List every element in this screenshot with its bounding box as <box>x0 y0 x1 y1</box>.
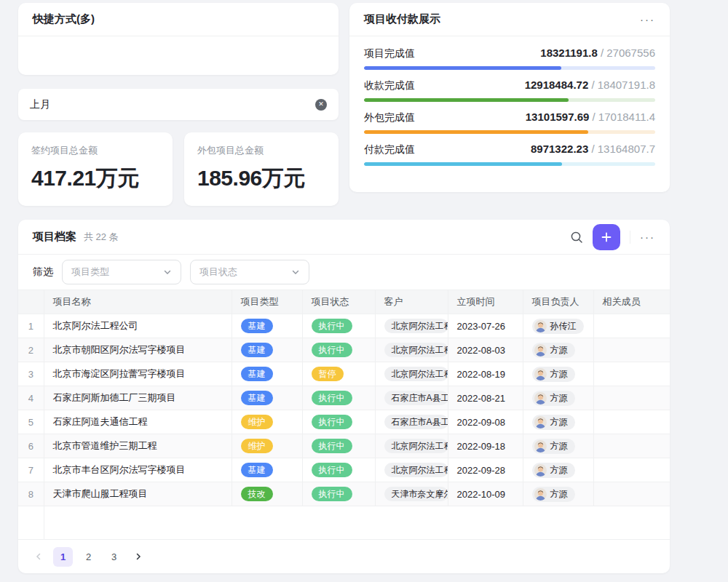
project-name-cell: 天津市爬山服工程项目 <box>44 482 232 506</box>
table-row[interactable]: 4 石家庄阿斯加德工厂三期项目 基建 执行中 石家庄市A县工 2022-08-2… <box>18 386 670 410</box>
prev-page-icon[interactable] <box>30 548 47 565</box>
page-button-2[interactable]: 2 <box>79 547 98 567</box>
start-date-cell: 2022-08-21 <box>448 386 523 410</box>
next-page-icon[interactable] <box>130 548 147 565</box>
type-badge: 基建 <box>241 319 273 333</box>
avatar <box>534 440 547 453</box>
client-cell: 北京阿尔法工程 <box>375 338 448 362</box>
members-cell <box>593 482 670 506</box>
column-owner: 项目负责人 <box>523 290 593 314</box>
page-button-3[interactable]: 3 <box>104 547 124 567</box>
project-status-cell: 执行中 <box>302 434 375 458</box>
client-tag: 石家庄市A县工 <box>384 415 448 429</box>
owner-tag: 方源 <box>532 391 575 406</box>
status-badge: 执行中 <box>312 343 352 357</box>
client-tag: 北京阿尔法工程 <box>384 439 448 453</box>
progress-bar-track <box>364 162 655 166</box>
metric-item: 付款完成值 8971322.23 / 13164807.7 <box>364 143 655 166</box>
type-badge: 基建 <box>241 343 273 357</box>
project-type-dropdown[interactable]: 项目类型 <box>62 260 181 284</box>
table-row[interactable]: 2 北京市朝阳区阿尔法写字楼项目 基建 执行中 北京阿尔法工程 2022-08-… <box>18 338 670 362</box>
project-type-cell: 维护 <box>232 434 302 458</box>
project-status-cell: 暂停 <box>302 362 375 386</box>
more-icon[interactable]: ··· <box>640 231 655 242</box>
project-status-cell: 执行中 <box>302 410 375 434</box>
add-record-button[interactable] <box>593 224 620 250</box>
row-index: 6 <box>18 434 44 458</box>
progress-bar-fill <box>364 130 588 134</box>
avatar <box>534 320 547 332</box>
avatar <box>534 464 547 477</box>
client-tag: 北京阿尔法工程 <box>384 463 448 477</box>
start-date-cell: 2022-10-09 <box>448 482 523 506</box>
client-tag: 天津市奈文摩尔 <box>384 487 448 501</box>
type-badge: 维护 <box>241 415 273 429</box>
metric-value: 13101597.69 / 17018411.4 <box>526 111 655 123</box>
status-badge: 执行中 <box>312 319 352 333</box>
metric-value: 18321191.8 / 27067556 <box>540 47 655 59</box>
owner-cell: 方源 <box>523 458 593 482</box>
owner-cell: 方源 <box>523 410 593 434</box>
date-filter-chip-card[interactable]: 上月 ✕ <box>18 89 339 120</box>
chevron-down-icon <box>163 268 172 276</box>
metric-total: / 17018411.4 <box>589 111 655 123</box>
members-cell <box>593 410 670 434</box>
metric-total: / 13164807.7 <box>588 143 655 155</box>
client-cell: 北京阿尔法工程 <box>375 434 448 458</box>
empty-index-cell <box>18 506 44 539</box>
project-name-cell: 石家庄阿道夫通信工程 <box>44 410 232 434</box>
shortcut-card-title: 快捷方式(多) <box>33 12 95 26</box>
start-date-cell: 2022-09-18 <box>448 434 523 458</box>
page-button-1[interactable]: 1 <box>53 547 73 567</box>
payment-card-title: 项目收付款展示 <box>364 12 440 26</box>
project-type-cell: 维护 <box>232 410 302 434</box>
project-status-dropdown[interactable]: 项目状态 <box>190 260 309 284</box>
column-start-date: 立项时间 <box>448 290 523 314</box>
owner-cell: 方源 <box>523 434 593 458</box>
row-index: 1 <box>18 314 44 338</box>
table-row[interactable]: 7 北京市丰台区阿尔法写字楼项目 基建 执行中 北京阿尔法工程 2022-09-… <box>18 458 670 482</box>
stat-card-signed-total: 签约项目总金额 417.21万元 <box>18 132 173 206</box>
column-project-type: 项目类型 <box>232 290 302 314</box>
metric-item: 收款完成值 12918484.72 / 18407191.8 <box>364 79 655 102</box>
table-header-row: 项目名称 项目类型 项目状态 客户 立项时间 项目负责人 相关成员 <box>18 290 670 314</box>
avatar <box>534 368 547 380</box>
dashboard-page: 快捷方式(多) 上月 ✕ 签约项目总金额 417.21万元 外包项目总金额 18… <box>0 0 728 582</box>
start-date-cell: 2022-08-03 <box>448 338 523 362</box>
pagination: 123 <box>18 540 670 573</box>
members-cell <box>593 314 670 338</box>
client-tag: 石家庄市A县工 <box>384 391 448 405</box>
owner-name: 孙传江 <box>550 320 577 332</box>
owner-tag: 方源 <box>532 487 575 502</box>
owner-cell: 方源 <box>523 338 593 362</box>
project-type-cell: 基建 <box>232 314 302 338</box>
table-row[interactable]: 6 北京市管道维护三期工程 维护 执行中 北京阿尔法工程 2022-09-18 … <box>18 434 670 458</box>
page-list: 123 <box>53 547 124 567</box>
client-cell: 北京阿尔法工程 <box>375 458 448 482</box>
progress-bar-fill <box>364 162 562 166</box>
search-icon[interactable] <box>570 231 583 244</box>
owner-tag: 孙传江 <box>532 319 584 334</box>
table-row[interactable]: 1 北京阿尔法工程公司 基建 执行中 北京阿尔法工程 2023-07-26 孙传… <box>18 314 670 338</box>
project-name-cell: 北京市管道维护三期工程 <box>44 434 232 458</box>
owner-tag: 方源 <box>532 439 575 454</box>
table-row[interactable]: 3 北京市海淀区阿拉蕾写字楼项目 基建 暂停 北京阿尔法工程 2022-08-1… <box>18 362 670 386</box>
row-index: 4 <box>18 386 44 410</box>
table-row[interactable]: 5 石家庄阿道夫通信工程 维护 执行中 石家庄市A县工 2022-09-08 方… <box>18 410 670 434</box>
metric-total: / 27067556 <box>598 47 655 59</box>
project-archive-card: 项目档案 共 22 条 ··· 筛选 项目类型 项目状态 <box>18 220 670 573</box>
close-icon[interactable]: ✕ <box>315 99 327 111</box>
table-empty-strip <box>18 506 670 540</box>
members-cell <box>593 338 670 362</box>
stat-value: 185.96万元 <box>197 164 325 194</box>
project-type-cell: 基建 <box>232 458 302 482</box>
table-row[interactable]: 8 天津市爬山服工程项目 技改 执行中 天津市奈文摩尔 2022-10-09 方… <box>18 482 670 506</box>
project-type-cell: 基建 <box>232 386 302 410</box>
more-icon[interactable]: ··· <box>640 14 655 25</box>
dropdown-placeholder: 项目状态 <box>199 266 237 279</box>
type-badge: 技改 <box>241 487 273 501</box>
client-cell: 北京阿尔法工程 <box>375 362 448 386</box>
members-cell <box>593 434 670 458</box>
owner-name: 方源 <box>550 488 568 500</box>
status-badge: 执行中 <box>312 487 352 501</box>
